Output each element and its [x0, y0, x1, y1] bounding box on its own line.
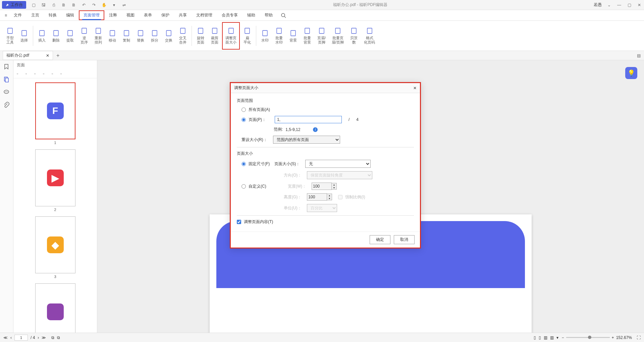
export-icon[interactable]: 🗎 [71, 2, 76, 8]
menu-member[interactable]: 会员专享 [217, 10, 243, 20]
comment-icon[interactable] [3, 89, 10, 96]
thumbnail-2[interactable]: ▶2 [35, 149, 75, 212]
ribbon-复制[interactable]: 复制 [120, 22, 133, 50]
thumb-tool-3[interactable]: ▫ [34, 71, 40, 77]
thumb-tool-2[interactable]: ▫ [25, 71, 31, 77]
nav-icon-2[interactable]: ⧉ [57, 335, 60, 340]
ribbon-调整页面大小[interactable]: 调整页面大小 [222, 22, 240, 50]
thumbnail-4[interactable]: 4 [35, 283, 75, 333]
user-name[interactable]: 若愚 [594, 2, 602, 8]
thumb-tool-1[interactable]: ▫ [17, 71, 22, 77]
dialog-close-icon[interactable]: ✕ [413, 86, 417, 90]
ribbon-重新排列[interactable]: 重新排列 [92, 22, 105, 50]
ribbon-删除[interactable]: 删除 [49, 22, 63, 50]
view-single-icon[interactable]: ▯ [534, 335, 536, 340]
ribbon-拆分[interactable]: 拆分 [148, 22, 161, 50]
menu-help[interactable]: 帮助 [260, 10, 277, 20]
hint-bubble[interactable]: 💡 [625, 67, 637, 79]
menu-share[interactable]: 共享 [174, 10, 192, 20]
ribbon-批量水印[interactable]: 批量水印 [272, 22, 286, 50]
ribbon-扁平化[interactable]: 扁平化 [240, 22, 254, 50]
last-page-icon[interactable]: ≫ [42, 335, 46, 340]
ribbon-逆页序[interactable]: 逆页序 [77, 22, 91, 50]
workspace-button[interactable]: 工作台 [2, 1, 26, 9]
ribbon-贝茨数[interactable]: 贝茨数 [347, 22, 361, 50]
view-dropdown-icon[interactable]: ▾ [556, 335, 558, 340]
ribbon-旋转页面[interactable]: 旋转页面 [194, 22, 207, 50]
dropdown-icon[interactable]: ▾ [111, 2, 117, 8]
radio-fixed-size[interactable] [241, 162, 246, 166]
ribbon-提取[interactable]: 提取 [63, 22, 77, 50]
first-page-icon[interactable]: ≪ [3, 335, 8, 340]
open-icon[interactable]: ▢ [31, 2, 36, 8]
print-icon[interactable]: ⎙ [51, 2, 56, 8]
ribbon-插入[interactable]: 插入 [35, 22, 49, 50]
menu-docmgmt[interactable]: 文档管理 [192, 10, 217, 20]
select-page-size[interactable]: 无 [305, 160, 371, 168]
view-cont-icon[interactable]: ▯ [539, 335, 541, 340]
ok-button[interactable]: 确定 [370, 235, 390, 244]
thumb-tool-4[interactable]: ▫ [43, 71, 48, 77]
hand-icon[interactable]: ✋ [101, 2, 107, 8]
zoom-value[interactable]: 152.67% [616, 335, 632, 340]
tab-close-icon[interactable]: ✕ [46, 53, 49, 58]
radio-pages[interactable] [241, 118, 246, 122]
select-resize-scope[interactable]: 范围内的所有页面 [273, 136, 340, 144]
menu-annotate[interactable]: 注释 [104, 10, 122, 20]
ribbon-批量背景[interactable]: 批量背景 [301, 22, 314, 50]
ribbon-替换[interactable]: 替换 [134, 22, 147, 50]
view-facing-icon[interactable]: ▥ [544, 335, 547, 340]
input-page-range[interactable] [275, 116, 342, 123]
hamburger-icon[interactable]: ≡ [5, 13, 7, 18]
ribbon-裁剪页面[interactable]: 裁剪页面 [208, 22, 221, 50]
thumbnail-1[interactable]: F1 [35, 82, 75, 145]
page-input[interactable] [14, 335, 28, 341]
minimize-icon[interactable]: — [616, 2, 622, 8]
ribbon-批量页眉/页脚[interactable]: 批量页眉/页脚 [329, 22, 346, 50]
bookmark-icon[interactable] [3, 64, 10, 70]
info-icon[interactable]: i [313, 127, 318, 132]
zoom-in-icon[interactable]: + [612, 335, 614, 340]
chevron-down-icon[interactable]: ⌄ [606, 2, 612, 8]
more-icon[interactable]: ⇌ [121, 2, 127, 8]
ribbon-格式化页码[interactable]: 格式化页码 [361, 22, 378, 50]
attachment-icon[interactable] [3, 102, 10, 109]
radio-all-pages[interactable] [241, 108, 246, 112]
zoom-out-icon[interactable]: − [562, 335, 564, 340]
add-tab-button[interactable]: + [56, 53, 59, 59]
ribbon-交叉合并[interactable]: 交叉合并 [176, 22, 190, 50]
menu-file[interactable]: 文件 [9, 10, 26, 20]
ribbon-页眉/页脚[interactable]: 页眉/页脚 [315, 22, 328, 50]
nav-icon-1[interactable]: ⧉ [51, 335, 54, 340]
menu-convert[interactable]: 转换 [44, 10, 61, 20]
menu-assist[interactable]: 辅助 [243, 10, 260, 20]
menu-form[interactable]: 表单 [139, 10, 157, 20]
search-icon[interactable] [281, 13, 286, 18]
menu-home[interactable]: 主页 [26, 10, 44, 20]
ribbon-交换[interactable]: 交换 [162, 22, 175, 50]
save-icon[interactable]: 🖫 [41, 2, 46, 8]
menu-edit[interactable]: 编辑 [61, 10, 79, 20]
tab-options-icon[interactable]: ▤ [636, 53, 641, 58]
view-contfacing-icon[interactable]: ▥ [550, 335, 554, 340]
pages-icon[interactable] [3, 76, 10, 83]
menu-protect[interactable]: 保护 [157, 10, 174, 20]
thumbnail-3[interactable]: ◆3 [35, 216, 75, 279]
ribbon-水印[interactable]: 水印 [258, 22, 272, 50]
cancel-button[interactable]: 取消 [394, 235, 415, 244]
next-page-icon[interactable]: › [38, 335, 39, 340]
ribbon-移动[interactable]: 移动 [106, 22, 119, 50]
fullscreen-icon[interactable]: ⛶ [637, 335, 641, 340]
checkbox-adjust-content[interactable] [237, 220, 241, 224]
radio-custom[interactable] [241, 184, 246, 189]
thumb-tool-5[interactable]: ▫ [52, 71, 57, 77]
document-tab[interactable]: 福昕办公.pdf ✕ [3, 51, 53, 60]
file-icon[interactable]: 🗎 [61, 2, 66, 8]
close-icon[interactable]: ✕ [637, 2, 642, 8]
menu-view[interactable]: 视图 [122, 10, 139, 20]
redo-icon[interactable]: ↷ [91, 2, 97, 8]
maximize-icon[interactable]: ▢ [627, 2, 632, 8]
ribbon-手型工具[interactable]: 手型工具 [3, 22, 17, 50]
zoom-slider[interactable] [566, 337, 610, 338]
ribbon-选择[interactable]: 选择 [17, 22, 31, 50]
